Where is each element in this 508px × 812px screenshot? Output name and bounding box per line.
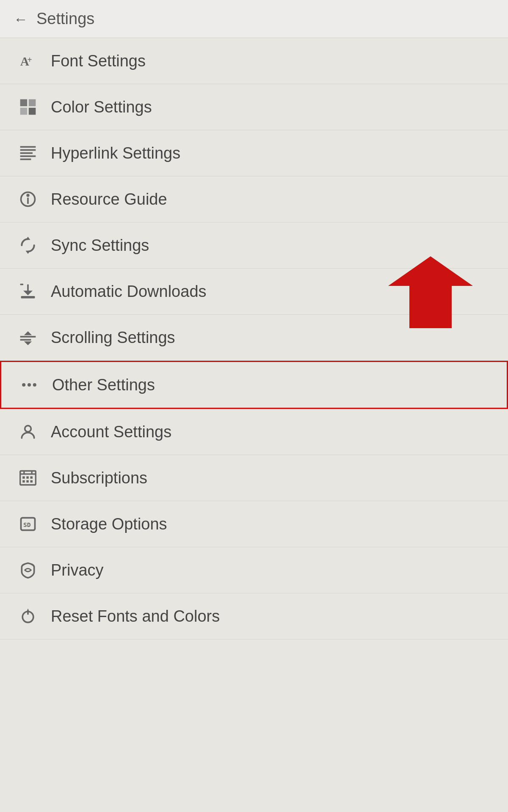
svg-rect-6 [20, 146, 36, 148]
scrolling-icon [17, 326, 39, 348]
reset-fonts-colors-label: Reset Fonts and Colors [51, 607, 220, 625]
svg-rect-38 [26, 480, 29, 483]
storage-options-label: Storage Options [51, 515, 167, 533]
menu-item-account-settings[interactable]: Account Settings [0, 409, 508, 455]
subscriptions-label: Subscriptions [51, 469, 147, 487]
reset-icon [17, 605, 39, 627]
menu-item-automatic-downloads[interactable]: Automatic Downloads [0, 269, 508, 315]
hyperlink-settings-label: Hyperlink Settings [51, 144, 180, 162]
svg-rect-4 [20, 108, 27, 115]
svg-rect-19 [20, 284, 23, 285]
menu-item-sync-settings[interactable]: Sync Settings [0, 222, 508, 269]
svg-point-26 [33, 383, 36, 387]
svg-text:SD: SD [23, 521, 31, 528]
scrolling-settings-label: Scrolling Settings [51, 329, 175, 347]
color-icon [17, 96, 39, 118]
svg-marker-18 [23, 291, 33, 295]
page-title: Settings [36, 10, 94, 28]
menu-item-storage-options[interactable]: SD Storage Options [0, 501, 508, 547]
menu-item-reset-fonts-colors[interactable]: Reset Fonts and Colors [0, 593, 508, 639]
subscriptions-icon [17, 467, 39, 489]
other-icon [18, 374, 40, 396]
svg-rect-9 [20, 156, 36, 157]
font-settings-label: Font Settings [51, 52, 146, 70]
svg-rect-21 [20, 339, 31, 341]
svg-marker-14 [26, 237, 30, 240]
privacy-label: Privacy [51, 561, 104, 579]
color-settings-label: Color Settings [51, 98, 152, 116]
account-icon [17, 421, 39, 443]
svg-rect-8 [20, 152, 33, 154]
privacy-icon [17, 559, 39, 581]
svg-rect-35 [26, 476, 29, 479]
svg-rect-34 [22, 476, 25, 479]
svg-rect-20 [20, 336, 36, 337]
menu-item-privacy[interactable]: Privacy [0, 547, 508, 593]
svg-rect-10 [20, 159, 31, 160]
menu-item-font-settings[interactable]: A + Font Settings [0, 38, 508, 84]
svg-rect-13 [27, 198, 29, 204]
resource-guide-label: Resource Guide [51, 190, 167, 208]
settings-menu: A + Font Settings Color Settings [0, 38, 508, 639]
other-settings-label: Other Settings [52, 376, 155, 394]
automatic-downloads-label: Automatic Downloads [51, 283, 207, 301]
svg-rect-2 [20, 99, 27, 107]
menu-item-resource-guide[interactable]: Resource Guide [0, 176, 508, 222]
svg-point-29 [25, 425, 31, 432]
svg-rect-7 [20, 149, 36, 151]
menu-item-hyperlink-settings[interactable]: Hyperlink Settings [0, 130, 508, 176]
svg-rect-5 [29, 108, 36, 115]
svg-point-24 [22, 383, 25, 387]
font-icon: A + [17, 50, 39, 72]
header: ← Settings [0, 0, 508, 38]
svg-rect-37 [22, 480, 25, 483]
svg-rect-16 [21, 296, 35, 299]
svg-rect-36 [30, 476, 33, 479]
svg-point-12 [26, 194, 29, 197]
sync-settings-label: Sync Settings [51, 236, 149, 255]
account-settings-label: Account Settings [51, 423, 171, 441]
menu-item-other-settings[interactable]: Other Settings [0, 361, 508, 409]
svg-point-25 [28, 383, 31, 387]
svg-rect-3 [29, 99, 36, 107]
resource-icon [17, 188, 39, 210]
menu-item-scrolling-settings[interactable]: Scrolling Settings [0, 315, 508, 361]
svg-marker-22 [24, 331, 32, 335]
back-button[interactable]: ← [14, 12, 28, 26]
svg-marker-15 [26, 251, 30, 254]
svg-text:+: + [27, 55, 32, 64]
menu-item-subscriptions[interactable]: Subscriptions [0, 455, 508, 501]
back-arrow-icon: ← [14, 12, 28, 26]
sync-icon [17, 234, 39, 256]
svg-rect-39 [30, 480, 33, 483]
storage-icon: SD [17, 513, 39, 535]
svg-marker-23 [24, 341, 32, 345]
hyperlink-icon [17, 142, 39, 164]
menu-item-color-settings[interactable]: Color Settings [0, 84, 508, 130]
download-icon [17, 280, 39, 302]
